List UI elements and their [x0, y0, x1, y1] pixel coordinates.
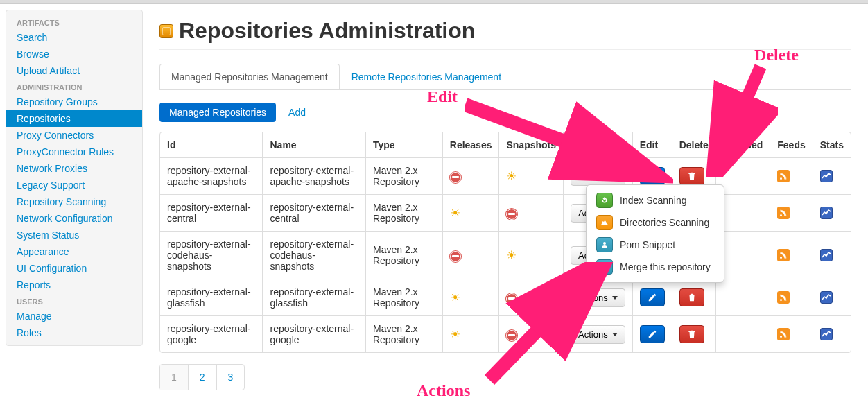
sidebar-item-system_status[interactable]: System Status	[6, 227, 142, 243]
tabs: Managed Repositories ManagementRemote Re…	[159, 64, 851, 90]
actions-button[interactable]: Actions	[571, 325, 625, 344]
column-header: Snapshots	[498, 132, 563, 157]
stats-icon[interactable]	[820, 291, 833, 304]
sun-icon: ☀	[450, 207, 460, 220]
stats-icon[interactable]	[820, 249, 833, 261]
sidebar-header: ADMINISTRATION	[6, 79, 142, 94]
cell-edit	[632, 279, 672, 315]
dropdown-item[interactable]: Directories Scanning	[587, 211, 724, 234]
edit-button[interactable]	[640, 288, 665, 306]
table-row: repository-external-codehaus-snapshotsre…	[160, 231, 851, 279]
svg-point-2	[780, 257, 782, 259]
cell-feeds	[770, 231, 812, 279]
rss-icon[interactable]	[777, 291, 790, 304]
sidebar-item-appearance[interactable]: Appearance	[6, 243, 142, 260]
delete-button[interactable]	[679, 167, 704, 185]
dropdown-item-icon	[596, 193, 613, 208]
no-entry-icon	[506, 330, 517, 341]
sidebar-item-network_configuration[interactable]: Network Configuration	[6, 210, 142, 227]
page-number[interactable]: 2	[189, 365, 217, 390]
cell-delete	[672, 279, 715, 315]
cell-releases: ☀	[442, 315, 499, 352]
table-wrap: IdNameTypeReleasesSnapshotsActionsEditDe…	[159, 132, 851, 353]
rss-icon[interactable]	[777, 249, 790, 261]
title-separator	[159, 49, 851, 50]
column-header: Edit	[632, 132, 672, 157]
cell-name: repository-external-central	[262, 194, 365, 231]
sidebar-item-proxy_connectors[interactable]: Proxy Connectors	[6, 127, 142, 144]
dropdown-item[interactable]: Merge this repository	[587, 256, 724, 278]
sidebar-item-reports[interactable]: Reports	[6, 277, 142, 293]
table-body: repository-external-apache-snapshotsrepo…	[160, 157, 851, 352]
sidebar-item-repository_scanning[interactable]: Repository Scanning	[6, 193, 142, 210]
dropdown-item-label: Directories Scanning	[620, 217, 709, 228]
sidebar-item-network_proxies[interactable]: Network Proxies	[6, 160, 142, 177]
page-number[interactable]: 1	[160, 365, 189, 390]
sidebar-item-manage[interactable]: Manage	[6, 308, 142, 324]
dropdown-item-icon	[596, 237, 613, 252]
delete-button[interactable]	[679, 325, 704, 343]
cell-type: Maven 2.x Repository	[365, 315, 442, 352]
sidebar: ARTIFACTSSearchBrowseUpload ArtifactADMI…	[6, 10, 143, 346]
managed-repositories-button[interactable]: Managed Repositories	[159, 103, 276, 122]
cell-name: repository-external-google	[262, 315, 365, 352]
svg-point-1	[780, 214, 782, 216]
page-number[interactable]: 3	[217, 365, 245, 390]
stats-icon[interactable]	[820, 328, 833, 340]
stats-icon[interactable]	[820, 170, 833, 182]
sidebar-item-roles[interactable]: Roles	[6, 324, 142, 341]
cell-stats	[813, 157, 851, 194]
cell-releases	[442, 157, 499, 194]
sidebar-item-ui_configuration[interactable]: UI Configuration	[6, 260, 142, 277]
dropdown-item[interactable]: Pom Snippet	[587, 234, 724, 256]
delete-button[interactable]	[679, 288, 704, 306]
page-title-text: Repositories Administration	[179, 18, 475, 44]
cell-snapshots	[498, 194, 563, 231]
dropdown-item[interactable]: Index Scanning	[587, 189, 724, 211]
no-entry-icon	[506, 209, 517, 220]
dropdown-item-label: Pom Snippet	[620, 239, 675, 250]
sidebar-header: ARTIFACTS	[6, 15, 142, 29]
page-title: Repositories Administration	[159, 18, 851, 44]
cell-id: repository-external-codehaus-snapshots	[160, 231, 262, 279]
table-row: repository-external-apache-snapshotsrepo…	[160, 157, 851, 194]
cell-feeds	[770, 279, 812, 315]
add-link[interactable]: Add	[288, 107, 306, 118]
actions-dropdown-menu: Index ScanningDirectories ScanningPom Sn…	[586, 184, 724, 283]
cell-stats	[813, 279, 851, 315]
sidebar-item-proxy_connector_rules[interactable]: ProxyConnector Rules	[6, 144, 142, 160]
edit-button[interactable]	[640, 167, 665, 185]
main-content: Repositories Administration Managed Repo…	[143, 4, 868, 404]
cell-id: repository-external-apache-snapshots	[160, 157, 262, 194]
cell-name: repository-external-apache-snapshots	[262, 157, 365, 194]
column-header: Actions	[563, 132, 632, 157]
rss-icon[interactable]	[777, 170, 790, 182]
cell-feeds	[770, 194, 812, 231]
rss-icon[interactable]	[777, 207, 790, 219]
table-row: repository-external-googlerepository-ext…	[160, 315, 851, 352]
sidebar-item-search[interactable]: Search	[6, 29, 142, 46]
table-row: repository-external-centralrepository-ex…	[160, 194, 851, 231]
dropdown-item-icon	[596, 259, 613, 275]
sidebar-item-legacy_support[interactable]: Legacy Support	[6, 177, 142, 193]
tab[interactable]: Remote Repositories Management	[340, 64, 513, 89]
edit-button[interactable]	[640, 325, 665, 343]
annotation-actions: Actions	[417, 381, 470, 400]
sidebar-item-repository_groups[interactable]: Repository Groups	[6, 94, 142, 110]
actions-button[interactable]: Actions	[571, 288, 625, 307]
sun-icon: ☀	[506, 249, 517, 262]
table-header-row: IdNameTypeReleasesSnapshotsActionsEditDe…	[160, 132, 851, 157]
subnav: Managed Repositories Add	[159, 103, 851, 122]
tab[interactable]: Managed Repositories Management	[159, 64, 340, 89]
sidebar-item-browse[interactable]: Browse	[6, 46, 142, 62]
cell-snapshots: ☀	[498, 231, 563, 279]
cell-id: repository-external-central	[160, 194, 262, 231]
cell-type: Maven 2.x Repository	[365, 279, 442, 315]
sidebar-item-repositories[interactable]: Repositories	[6, 110, 142, 127]
actions-button[interactable]: Actions	[571, 167, 625, 186]
pagination: 123	[159, 364, 245, 390]
sidebar-item-upload_artifact[interactable]: Upload Artifact	[6, 62, 142, 79]
rss-icon[interactable]	[777, 328, 790, 340]
stats-icon[interactable]	[820, 207, 833, 219]
column-header: Delete	[672, 132, 715, 157]
